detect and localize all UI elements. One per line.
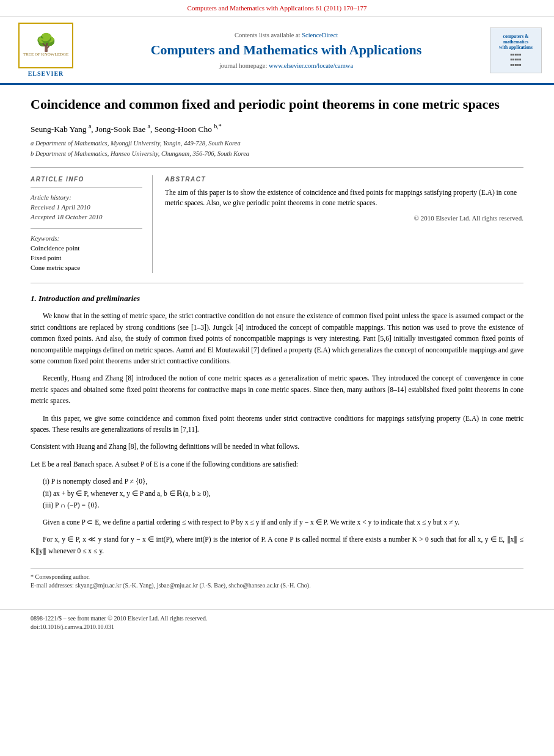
- doi-line: doi:10.1016/j.camwa.2010.10.031: [31, 623, 523, 632]
- keyword-1: Coincidence point: [31, 244, 142, 253]
- contents-available: Contents lists available at ScienceDirec…: [89, 31, 484, 40]
- affiliation-b: b Department of Mathematics, Hanseo Univ…: [31, 149, 523, 158]
- article-info-col: ARTICLE INFO Article history: Received 1…: [31, 175, 153, 273]
- main-content: Coincidence and common fixed and periodi…: [0, 85, 554, 603]
- logo-figure-text: TREE OF KNOWLEDGE: [23, 53, 69, 57]
- logo-box: 🌳 TREE OF KNOWLEDGE: [18, 23, 73, 68]
- list-item-1: (i) P is nonempty closed and P ≠ {0},: [43, 476, 523, 488]
- journal-name: Computers and Mathematics with Applicati…: [89, 42, 484, 58]
- elsevier-brand: ELSEVIER: [28, 70, 64, 79]
- section-1-para6: Given a cone P ⊂ E, we define a partial …: [31, 517, 523, 528]
- homepage-link[interactable]: www.elsevier.com/locate/camwa: [269, 62, 353, 69]
- divider: [31, 167, 523, 168]
- issn-line: 0898-1221/$ – see front matter © 2010 El…: [31, 614, 523, 623]
- journal-cover-image: computers &mathematicswith applications …: [490, 27, 542, 73]
- keyword-3: Cone metric space: [31, 263, 142, 273]
- corresponding-author-note: * Corresponding author.: [31, 573, 523, 582]
- journal-citation: Computers and Mathematics with Applicati…: [0, 0, 554, 16]
- email-footnote: E-mail addresses: skyang@mju.ac.kr (S.-K…: [31, 581, 523, 591]
- journal-title-block: Contents lists available at ScienceDirec…: [82, 31, 490, 70]
- section-1-para5: Let E be a real Banach space. A subset P…: [31, 459, 523, 470]
- section-1-para7: For x, y ∈ P, x ≪ y stand for y − x ∈ in…: [31, 534, 523, 556]
- affiliation-a: a Department of Mathematics, Myongji Uni…: [31, 139, 523, 148]
- article-history: Article history: Received 1 April 2010 A…: [31, 193, 142, 222]
- journal-homepage: journal homepage: www.elsevier.com/locat…: [89, 61, 484, 70]
- article-info-label: ARTICLE INFO: [31, 175, 142, 184]
- list-item-2: (ii) ax + by ∈ P, whenever x, y ∈ P and …: [43, 488, 523, 500]
- section-1-para3: In this paper, we give some coincidence …: [31, 413, 523, 435]
- abstract-label: ABSTRACT: [165, 175, 523, 184]
- copyright: © 2010 Elsevier Ltd. All rights reserved…: [165, 214, 523, 224]
- list-item-3: (iii) P ∩ (−P) = {0}.: [43, 500, 523, 512]
- abstract-text: The aim of this paper is to show the exi…: [165, 187, 523, 209]
- journal-header: 🌳 TREE OF KNOWLEDGE ELSEVIER Contents li…: [0, 16, 554, 85]
- keywords-section: Keywords: Coincidence point Fixed point …: [31, 234, 142, 273]
- section-1-title: 1. Introduction and preliminaries: [31, 293, 523, 305]
- footnotes-section: * Corresponding author. E-mail addresses…: [31, 569, 523, 591]
- section-1-para1: We know that in the setting of metric sp…: [31, 310, 523, 366]
- section-1-para2: Recently, Huang and Zhang [8] introduced…: [31, 373, 523, 406]
- section-divider-2: [31, 283, 523, 283]
- journal-thumbnail: computers &mathematicswith applications …: [490, 27, 545, 73]
- bottom-bar: 0898-1221/$ – see front matter © 2010 El…: [0, 609, 554, 637]
- article-info-abstract: ARTICLE INFO Article history: Received 1…: [31, 175, 523, 273]
- keywords-label: Keywords:: [31, 234, 142, 244]
- abstract-col: ABSTRACT The aim of this paper is to sho…: [165, 175, 523, 273]
- authors: Seung-Kab Yang a, Jong-Sook Bae a, Seong…: [31, 122, 523, 135]
- logo-tree-icon: 🌳: [35, 34, 57, 51]
- sciencedirect-link[interactable]: ScienceDirect: [302, 32, 338, 38]
- paper-title: Coincidence and common fixed and periodi…: [31, 96, 523, 114]
- elsevier-logo: 🌳 TREE OF KNOWLEDGE ELSEVIER: [9, 23, 82, 79]
- section-1-para4: Consistent with Huang and Zhang [8], the…: [31, 441, 523, 452]
- keyword-2: Fixed point: [31, 253, 142, 263]
